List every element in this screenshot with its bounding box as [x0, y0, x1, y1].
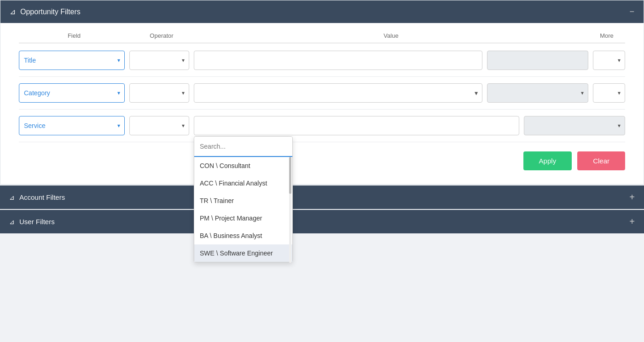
value-select-title-wrapper	[487, 51, 588, 70]
account-filters-panel: ⊿ Account Filters +	[0, 185, 644, 209]
divider-1	[19, 76, 625, 77]
clear-button[interactable]: Clear	[577, 151, 625, 170]
service-search-dropdown: CON \ Consultant ACC \ Financial Analyst…	[194, 136, 293, 262]
field-select-service-wrapper: Service Title Category ▾	[19, 116, 125, 135]
dropdown-item-tr[interactable]: TR \ Trainer	[194, 192, 292, 209]
value-select-title[interactable]	[487, 51, 588, 70]
apply-button[interactable]: Apply	[523, 151, 572, 170]
divider-3	[19, 142, 625, 142]
value-section-title	[194, 51, 588, 70]
user-filter-icon: ⊿	[9, 218, 15, 226]
value-input-title[interactable]	[194, 51, 482, 70]
value-section-service: ▾ CON \ Consultant ACC \ Financial Analy…	[194, 116, 625, 135]
opportunity-filters-panel: ⊿ Opportunity Filters − Field Operator V…	[0, 0, 644, 185]
page-container: ⊿ Opportunity Filters − Field Operator V…	[0, 0, 644, 342]
dropdown-item-ba[interactable]: BA \ Business Analyst	[194, 227, 292, 244]
value-select-category-wrapper: ▾	[487, 83, 588, 103]
operator-select-service[interactable]	[129, 116, 189, 135]
dropdown-item-con[interactable]: CON \ Consultant	[194, 157, 292, 174]
more-select-title-wrapper: ▾	[593, 51, 625, 70]
filter-row-category: Category Title Service ▾ ▾	[19, 83, 625, 103]
operator-select-title-wrapper: ▾	[129, 51, 189, 70]
filter-row-service: Service Title Category ▾ ▾	[19, 116, 625, 135]
value-section-category: ▾ ▾	[194, 83, 588, 103]
filter-icon: ⊿	[10, 7, 16, 16]
user-filters-panel: ⊿ User Filters +	[0, 210, 644, 233]
opportunity-filters-title: Opportunity Filters	[20, 8, 81, 16]
dropdown-scrollbar	[289, 157, 291, 263]
col-header-field: Field	[19, 32, 129, 39]
field-select-title-wrapper: Title Category Service ▾	[19, 51, 125, 70]
more-select-title[interactable]	[593, 51, 625, 70]
filter-column-headers: Field Operator Value More	[19, 32, 625, 43]
account-filters-header[interactable]: ⊿ Account Filters +	[0, 185, 644, 209]
value-input-service[interactable]	[194, 116, 519, 135]
value-select-category[interactable]	[487, 83, 588, 103]
dropdown-item-acc[interactable]: ACC \ Financial Analyst	[194, 174, 292, 192]
account-filter-icon: ⊿	[9, 194, 15, 201]
operator-select-category[interactable]	[129, 83, 189, 103]
action-row: Apply Clear	[19, 151, 625, 170]
operator-select-title[interactable]	[129, 51, 189, 70]
opportunity-filters-title-group: ⊿ Opportunity Filters	[10, 7, 81, 16]
field-select-service[interactable]: Service Title Category	[19, 116, 125, 135]
account-filters-title-group: ⊿ Account Filters	[9, 193, 65, 201]
more-select-category-wrapper: ▾	[593, 83, 625, 103]
collapse-icon[interactable]: −	[629, 7, 634, 17]
field-select-title[interactable]: Title Category Service	[19, 51, 125, 70]
value-input-title-wrapper	[194, 51, 482, 70]
value-select-service-wrapper: ▾	[524, 116, 625, 135]
value-select-service[interactable]	[524, 116, 625, 135]
value-select-category-main[interactable]	[194, 83, 482, 103]
col-header-more: More	[588, 32, 625, 39]
divider-2	[19, 109, 625, 110]
col-header-value: Value	[194, 32, 588, 39]
value-input-category-wrapper: ▾	[194, 83, 482, 103]
opportunity-filters-header[interactable]: ⊿ Opportunity Filters −	[0, 0, 644, 23]
service-search-input[interactable]	[194, 137, 292, 157]
operator-select-category-wrapper: ▾	[129, 83, 189, 103]
service-dropdown-list: CON \ Consultant ACC \ Financial Analyst…	[194, 157, 292, 262]
more-select-category[interactable]	[593, 83, 625, 103]
dropdown-item-swe[interactable]: SWE \ Software Engineer	[194, 244, 292, 262]
dropdown-item-pm[interactable]: PM \ Project Manager	[194, 209, 292, 227]
operator-select-service-wrapper: ▾	[129, 116, 189, 135]
user-filters-header[interactable]: ⊿ User Filters +	[0, 210, 644, 233]
account-filters-title: Account Filters	[19, 193, 65, 201]
opportunity-filters-body: Field Operator Value More Title Category…	[0, 23, 644, 184]
filter-row-title: Title Category Service ▾ ▾	[19, 51, 625, 70]
field-select-category[interactable]: Category Title Service	[19, 83, 125, 103]
dropdown-scrollbar-thumb	[289, 157, 291, 194]
user-filters-title-group: ⊿ User Filters	[9, 218, 55, 226]
field-select-category-wrapper: Category Title Service ▾	[19, 83, 125, 103]
user-filters-title: User Filters	[19, 218, 55, 226]
user-filters-expand-icon[interactable]: +	[629, 216, 635, 227]
col-header-operator: Operator	[129, 32, 194, 39]
value-input-service-wrapper	[194, 116, 519, 135]
account-filters-expand-icon[interactable]: +	[629, 192, 635, 203]
